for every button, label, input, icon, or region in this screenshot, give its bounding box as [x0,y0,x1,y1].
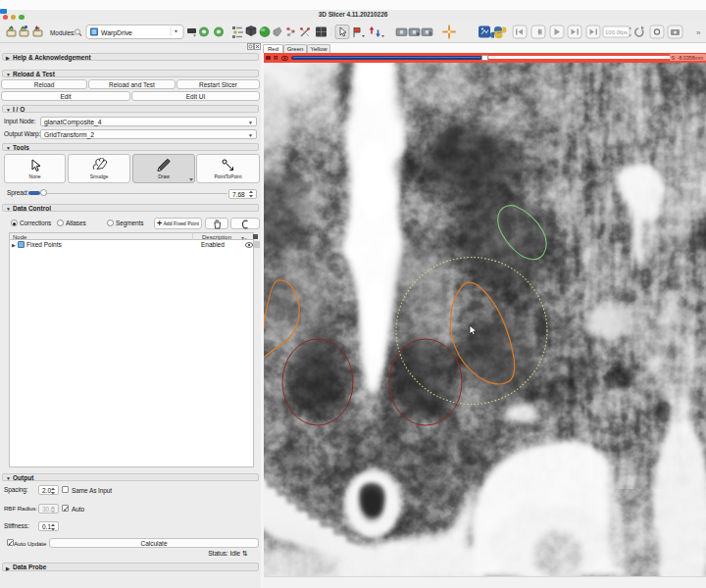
svg-text:a: a [417,30,420,36]
svg-text:»: » [696,28,701,37]
svg-text:Modules:: Modules: [50,29,76,36]
svg-text:WarpDrive: WarpDrive [101,29,132,37]
svg-text:b: b [429,30,432,36]
svg-text:100.0fps: 100.0fps [605,29,628,35]
